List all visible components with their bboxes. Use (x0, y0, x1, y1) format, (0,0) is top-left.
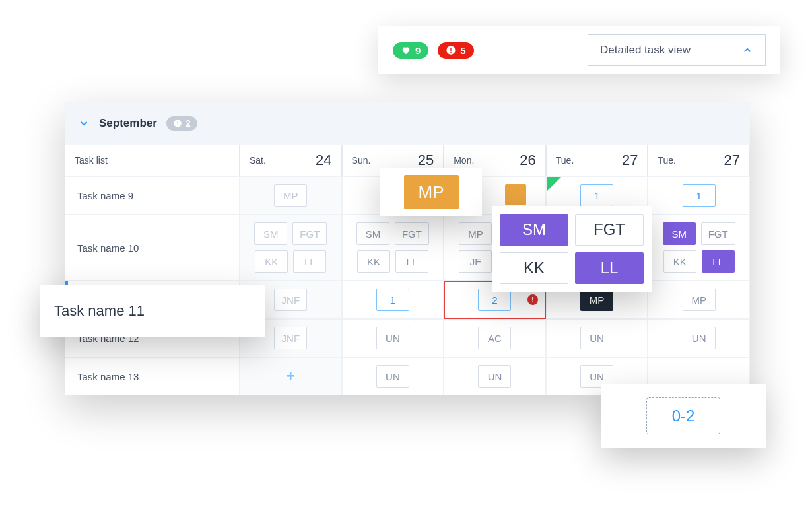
count-chip[interactable]: 1 (683, 184, 716, 207)
assignee-chip[interactable]: MP (404, 175, 459, 209)
assignee-chip[interactable]: LL (293, 250, 326, 273)
assignee-chip[interactable]: JNF (274, 327, 307, 349)
task-list-header: Task list (65, 145, 240, 176)
alert-icon (446, 45, 456, 55)
top-toolbar: 9 5 Detailed task view (378, 26, 780, 74)
add-icon[interactable]: + (287, 368, 295, 385)
calendar-cell[interactable]: + (240, 357, 342, 395)
assignee-chip[interactable]: UN (376, 365, 409, 388)
assignee-chip[interactable]: UN (376, 327, 409, 349)
assignee-chip[interactable]: UN (683, 327, 716, 349)
count-chip[interactable]: 2 (478, 289, 511, 311)
calendar-cell[interactable]: 1 (342, 281, 444, 319)
calendar-cell[interactable]: MP (240, 176, 342, 215)
range-popover[interactable]: 0-2 (601, 384, 766, 448)
assignee-chip[interactable]: AC (478, 327, 511, 349)
month-alert-count: 2 (186, 118, 191, 129)
calendar-cell[interactable]: UN (546, 319, 648, 357)
assignee-chip[interactable]: MP (683, 289, 716, 311)
alert-count: 5 (460, 45, 465, 56)
assignee-chip[interactable]: JNF (274, 289, 307, 311)
calendar-cell[interactable]: UN (444, 357, 546, 395)
day-header: Tue.27 (546, 145, 648, 176)
calendar-cell[interactable]: SM FGT KK LL (240, 215, 342, 281)
alert-icon (173, 119, 182, 128)
assignee-chip[interactable]: KK (663, 250, 696, 273)
assignee-chip[interactable]: FGT (292, 222, 327, 245)
svg-rect-2 (451, 52, 452, 53)
calendar-cell[interactable]: UN (342, 319, 444, 357)
assignee-chip[interactable]: SM (500, 214, 568, 246)
assignee-chip[interactable]: KK (255, 250, 288, 273)
svg-rect-4 (177, 121, 178, 124)
assignee-popover[interactable]: MP (380, 168, 482, 216)
task-popover[interactable]: Task name 11 (40, 285, 265, 337)
view-label: Detailed task view (600, 44, 691, 57)
assignee-chip[interactable]: FGT (395, 222, 429, 245)
calendar-cell[interactable]: UN (648, 319, 750, 357)
count-chip[interactable]: 1 (580, 184, 613, 207)
svg-rect-5 (177, 125, 178, 125)
heart-count: 9 (415, 45, 421, 56)
task-row-label[interactable]: Task name 9 (65, 176, 240, 215)
task-label: Task name 11 (54, 302, 145, 320)
view-selector[interactable]: Detailed task view (588, 34, 766, 66)
assignee-chip[interactable]: KK (357, 250, 390, 273)
assignee-chip[interactable]: JE (459, 250, 492, 273)
assignee-popover[interactable]: SM FGT KK LL (492, 206, 652, 292)
chevron-up-icon (741, 44, 753, 56)
assignee-chip[interactable]: SM (356, 222, 389, 245)
assignee-chip[interactable]: LL (702, 250, 735, 273)
assignee-chip[interactable]: MP (580, 289, 613, 311)
assignee-chip[interactable]: MP (459, 222, 492, 245)
calendar-cell[interactable]: SM FGT KK LL (342, 215, 444, 281)
month-label: September (99, 117, 157, 130)
month-header: September 2 (65, 102, 750, 145)
calendar-cell[interactable]: UN (342, 357, 444, 395)
range-box[interactable]: 0-2 (646, 397, 720, 434)
assignee-chip[interactable]: FGT (575, 214, 644, 246)
assignee-chip[interactable]: FGT (701, 222, 735, 245)
assignee-chip[interactable]: KK (500, 252, 568, 284)
calendar-cell[interactable]: SM FGT KK LL (648, 215, 750, 281)
heart-icon (401, 45, 411, 55)
calendar-cell[interactable]: AC (444, 319, 546, 357)
month-alert-badge[interactable]: 2 (166, 116, 197, 131)
assignee-chip[interactable]: LL (395, 250, 428, 273)
error-icon: ! (527, 294, 538, 305)
alert-badge[interactable]: 5 (438, 42, 473, 59)
day-header: Sat.24 (240, 145, 342, 176)
assignee-chip[interactable]: SM (254, 222, 287, 245)
assignee-chip[interactable]: MP (274, 184, 307, 207)
day-header: Tue.27 (648, 145, 750, 176)
calendar-cell[interactable]: 1 (648, 176, 750, 215)
task-row-label[interactable]: Task name 13 (65, 357, 240, 395)
assignee-chip[interactable]: LL (575, 252, 644, 284)
count-chip[interactable]: 1 (376, 289, 409, 311)
assignee-chip[interactable]: SM (663, 222, 696, 245)
task-row-label[interactable]: Task name 10 (65, 215, 240, 281)
heart-badge[interactable]: 9 (393, 42, 428, 59)
assignee-chip-partial (505, 184, 526, 205)
assignee-chip[interactable]: UN (478, 365, 511, 388)
calendar-cell[interactable]: MP (648, 281, 750, 319)
assignee-chip[interactable]: UN (580, 327, 613, 349)
chevron-down-icon[interactable] (78, 118, 90, 129)
svg-rect-1 (451, 48, 452, 51)
